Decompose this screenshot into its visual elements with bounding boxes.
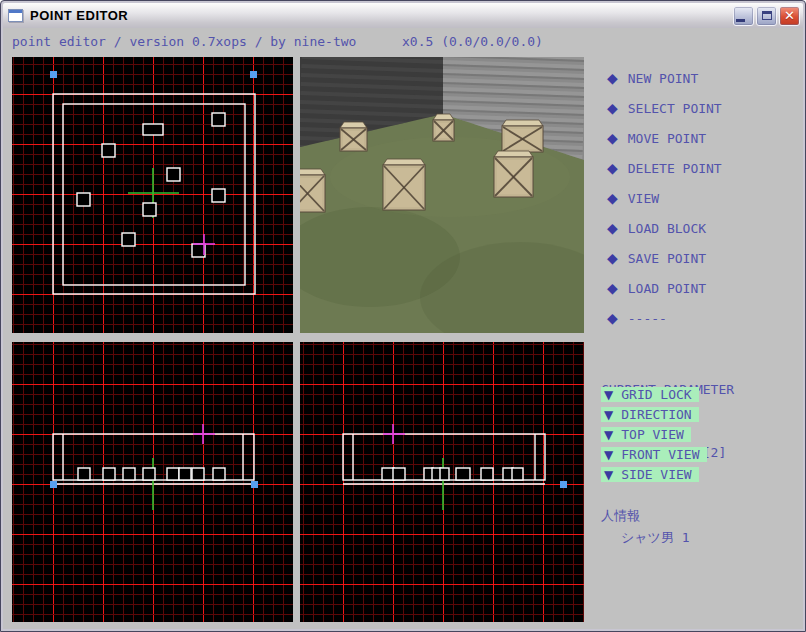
minimize-button[interactable] <box>733 6 754 26</box>
menu-item-select-point[interactable]: ◆SELECT POINT <box>600 93 802 123</box>
crate-profile <box>78 468 90 480</box>
point-marker[interactable] <box>167 168 180 181</box>
menu-item-label: NEW POINT <box>628 71 698 86</box>
selection-handle[interactable] <box>250 71 257 78</box>
crate <box>502 120 543 152</box>
window-title: POINT EDITOR <box>30 8 128 23</box>
crate-profile <box>456 468 470 480</box>
point-marker[interactable] <box>192 244 205 257</box>
crate-profile <box>192 468 204 480</box>
crate-profile <box>440 468 449 480</box>
perspective-viewport[interactable] <box>300 57 584 333</box>
toggle-list: ▼GRID LOCK ▼DIRECTION ▼TOP VIEW ▼FRONT V… <box>601 387 707 487</box>
point-marker[interactable] <box>122 233 135 246</box>
crate-profile <box>213 468 225 480</box>
diamond-icon: ◆ <box>607 251 618 265</box>
menu-item-move-point[interactable]: ◆MOVE POINT <box>600 123 802 153</box>
side-view-viewport[interactable] <box>300 342 584 622</box>
crate-profile <box>512 468 523 480</box>
crate-profile <box>393 468 405 480</box>
menu-item-label: MOVE POINT <box>628 131 706 146</box>
triangle-down-icon: ▼ <box>604 429 613 441</box>
diamond-icon: ◆ <box>607 311 618 325</box>
crate-profile <box>103 468 115 480</box>
menu-item-label: LOAD BLOCK <box>628 221 706 236</box>
toggle-label: SIDE VIEW <box>621 467 691 482</box>
close-button[interactable]: ✕ <box>779 6 800 26</box>
maximize-icon <box>762 11 772 20</box>
triangle-down-icon: ▼ <box>604 469 613 481</box>
crate-profile <box>167 468 179 480</box>
menu-item-label: SELECT POINT <box>628 101 722 116</box>
zoom-coordinates-text: x0.5 (0.0/0.0/0.0) <box>402 34 543 49</box>
selection-handle[interactable] <box>50 71 57 78</box>
crate-profile <box>179 468 191 480</box>
diamond-icon: ◆ <box>607 131 618 145</box>
diamond-icon: ◆ <box>607 191 618 205</box>
menu-item-save-point[interactable]: ◆SAVE POINT <box>600 243 802 273</box>
window-icon <box>8 9 23 22</box>
menu-item-view[interactable]: ◆VIEW <box>600 183 802 213</box>
menu-item-separator[interactable]: ◆----- <box>600 303 802 333</box>
diamond-icon: ◆ <box>607 221 618 235</box>
selection-handle[interactable] <box>50 481 57 488</box>
crate <box>383 159 425 210</box>
crate <box>433 114 454 141</box>
maximize-button[interactable] <box>756 6 777 26</box>
menu-item-delete-point[interactable]: ◆DELETE POINT <box>600 153 802 183</box>
titlebar-buttons: ✕ <box>733 6 803 26</box>
point-marker[interactable] <box>143 203 156 216</box>
crate-profile <box>143 468 155 480</box>
close-icon: ✕ <box>784 9 795 22</box>
crate-profile <box>481 468 493 480</box>
menu-item-load-block[interactable]: ◆LOAD BLOCK <box>600 213 802 243</box>
crate <box>300 169 325 212</box>
titlebar[interactable]: POINT EDITOR ✕ <box>3 3 803 28</box>
toggle-grid-lock[interactable]: ▼GRID LOCK <box>601 387 699 402</box>
toggle-label: TOP VIEW <box>621 427 684 442</box>
sidebar: ◆NEW POINT ◆SELECT POINT ◆MOVE POINT ◆DE… <box>600 57 802 623</box>
person-info-value: シャツ男 1 <box>601 527 690 549</box>
app-version-text: point editor / version 0.7xops / by nine… <box>12 34 356 49</box>
triangle-down-icon: ▼ <box>604 389 613 401</box>
toggle-direction[interactable]: ▼DIRECTION <box>601 407 699 422</box>
point-marker[interactable] <box>143 124 163 135</box>
menu-item-label: DELETE POINT <box>628 161 722 176</box>
toggle-label: FRONT VIEW <box>621 447 699 462</box>
diamond-icon: ◆ <box>607 281 618 295</box>
client-area: point editor / version 0.7xops / by nine… <box>3 28 803 629</box>
toggle-label: DIRECTION <box>621 407 691 422</box>
menu-item-label: LOAD POINT <box>628 281 706 296</box>
menu-item-label: ----- <box>628 311 667 326</box>
triangle-down-icon: ▼ <box>604 409 613 421</box>
toggle-label: GRID LOCK <box>621 387 691 402</box>
point-editor-window: POINT EDITOR ✕ point editor / version 0.… <box>0 0 806 632</box>
diamond-icon: ◆ <box>607 71 618 85</box>
menu-item-load-point[interactable]: ◆LOAD POINT <box>600 273 802 303</box>
menu-item-new-point[interactable]: ◆NEW POINT <box>600 63 802 93</box>
crate-profile <box>123 468 135 480</box>
menu-item-label: SAVE POINT <box>628 251 706 266</box>
point-marker[interactable] <box>212 189 225 202</box>
top-view-viewport[interactable] <box>12 57 293 333</box>
person-info-label: 人情報 <box>601 505 690 527</box>
point-marker[interactable] <box>77 193 90 206</box>
menu-item-label: VIEW <box>628 191 659 206</box>
minimize-icon <box>736 19 745 22</box>
front-view-viewport[interactable] <box>12 342 293 622</box>
menu: ◆NEW POINT ◆SELECT POINT ◆MOVE POINT ◆DE… <box>600 57 802 333</box>
diamond-icon: ◆ <box>607 101 618 115</box>
diamond-icon: ◆ <box>607 161 618 175</box>
toggle-top-view[interactable]: ▼TOP VIEW <box>601 427 691 442</box>
selection-handle[interactable] <box>560 481 567 488</box>
toggle-front-view[interactable]: ▼FRONT VIEW <box>601 447 707 462</box>
toggle-side-view[interactable]: ▼SIDE VIEW <box>601 467 699 482</box>
triangle-down-icon: ▼ <box>604 449 613 461</box>
point-marker[interactable] <box>212 113 225 126</box>
crate <box>494 151 533 197</box>
person-info-block: 人情報 シャツ男 1 <box>601 505 690 549</box>
crate <box>340 122 367 151</box>
point-marker[interactable] <box>102 144 115 157</box>
selection-handle[interactable] <box>251 481 258 488</box>
crate-profile <box>382 468 394 480</box>
